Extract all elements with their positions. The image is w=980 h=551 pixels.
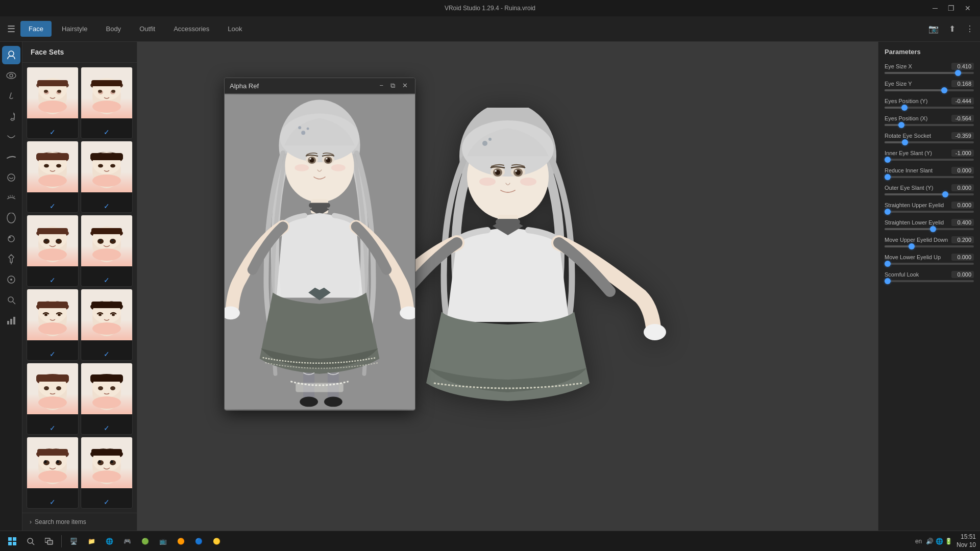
svg-point-157: [300, 396, 318, 407]
maximize-button[interactable]: ❐: [945, 3, 958, 13]
svg-point-129: [520, 178, 536, 186]
sidebar-icon-circle[interactable]: [2, 270, 20, 289]
more-icon[interactable]: ⋮: [964, 22, 976, 36]
params-title: Parameters: [885, 48, 974, 56]
face-item-1a[interactable]: ✓: [27, 67, 79, 139]
slider-inner-eye-slant-y[interactable]: [885, 159, 974, 161]
slider-move-lower-eyelid-up[interactable]: [885, 263, 974, 265]
sidebar-icon-eyelash[interactable]: [2, 189, 20, 207]
tab-accessories[interactable]: Accessories: [165, 21, 217, 37]
face-grid: ✓ ✓: [22, 63, 137, 513]
face-item-3b[interactable]: ✓: [81, 215, 133, 287]
params-panel: Parameters Eye Size X 0.410 Eye Size Y 0…: [878, 42, 980, 531]
svg-point-147: [309, 158, 311, 160]
taskbar-app-4[interactable]: 🎮: [119, 536, 135, 547]
window-controls: ─ ❐ ✕: [929, 3, 974, 13]
svg-point-2: [10, 74, 13, 77]
param-label-eye-size-x: Eye Size X: [885, 63, 912, 69]
camera-icon[interactable]: 📷: [926, 22, 941, 36]
tab-outfit[interactable]: Outfit: [131, 21, 163, 37]
taskbar-app-3[interactable]: 🌐: [102, 536, 117, 547]
face-item-5a[interactable]: ✓: [27, 363, 79, 435]
slider-eyes-pos-y[interactable]: [885, 107, 974, 109]
svg-point-3: [8, 174, 15, 181]
sidebar-icon-graph[interactable]: [2, 311, 20, 330]
slider-move-upper-eyelid-down[interactable]: [885, 245, 974, 247]
sidebar-icon-mouth[interactable]: [2, 128, 20, 146]
taskbar-taskview-icon[interactable]: [41, 535, 57, 547]
svg-point-96: [92, 396, 121, 409]
face-item-4b[interactable]: ✓: [81, 289, 133, 361]
param-reduce-inner-slant: Reduce Inner Slant 0.000: [885, 167, 974, 178]
taskbar-app-1[interactable]: 🖥️: [66, 536, 82, 547]
alpha-ref-close[interactable]: ✕: [400, 81, 410, 90]
face-item-5b[interactable]: ✓: [81, 363, 133, 435]
svg-point-127: [515, 170, 517, 172]
sidebar-icon-highlight[interactable]: [2, 230, 20, 248]
face-item-6a[interactable]: ✓: [27, 437, 79, 509]
param-rotate-eye-socket: Rotate Eye Socket -0.359: [885, 132, 974, 143]
tab-body[interactable]: Body: [97, 21, 129, 37]
svg-point-82: [92, 322, 121, 335]
svg-point-25: [57, 90, 61, 93]
tab-look[interactable]: Look: [219, 21, 250, 37]
param-label-straighten-upper-eyelid: Straighten Upper Eyelid: [885, 202, 944, 208]
sidebar-icon-eye[interactable]: [2, 66, 20, 85]
face-panel-title: Face Sets: [22, 42, 137, 63]
taskbar-app-6[interactable]: 📺: [155, 536, 171, 547]
tab-face[interactable]: Face: [20, 21, 52, 37]
slider-reduce-inner-slant[interactable]: [885, 176, 974, 178]
svg-point-72: [44, 314, 47, 316]
slider-eyes-pos-x[interactable]: [885, 124, 974, 126]
param-value-eye-size-y: 0.168: [951, 80, 974, 87]
minimize-button[interactable]: ─: [929, 3, 941, 13]
close-button[interactable]: ✕: [962, 3, 974, 13]
face-item-1b[interactable]: ✓: [81, 67, 133, 139]
svg-point-139: [307, 128, 309, 130]
face-item-4a[interactable]: ✓: [27, 289, 79, 361]
slider-eye-size-y[interactable]: [885, 89, 974, 91]
face-item-2a[interactable]: ✓: [27, 141, 79, 213]
slider-outer-eye-slant-y[interactable]: [885, 193, 974, 195]
sidebar-icon-nose[interactable]: [2, 87, 20, 105]
slider-scornful-look[interactable]: [885, 280, 974, 282]
face-item-6b[interactable]: ✓: [81, 437, 133, 509]
sidebar-icon-faceshape[interactable]: [2, 209, 20, 228]
svg-point-73: [58, 314, 61, 316]
face-panel: Face Sets: [22, 42, 137, 531]
sidebar-icon-pin[interactable]: [2, 250, 20, 268]
taskbar-app-9[interactable]: 🟡: [209, 536, 225, 547]
taskbar-windows-icon[interactable]: [4, 535, 20, 547]
slider-eye-size-x[interactable]: [885, 72, 974, 74]
param-value-eye-size-x: 0.410: [951, 63, 974, 70]
svg-rect-74: [37, 302, 68, 308]
svg-rect-160: [8, 537, 12, 541]
sidebar-icon-face-sets[interactable]: [2, 46, 20, 64]
slider-rotate-eye-socket[interactable]: [885, 141, 974, 143]
svg-rect-42: [36, 153, 69, 160]
param-inner-eye-slant-y: Inner Eye Slant (Y) -1.000: [885, 149, 974, 161]
slider-straighten-upper-eyelid[interactable]: [885, 211, 974, 213]
alpha-ref-resize[interactable]: ⧉: [388, 81, 397, 90]
search-more-items[interactable]: › Search more items: [22, 513, 137, 531]
svg-rect-26: [37, 80, 68, 86]
sidebar-icon-search[interactable]: [2, 291, 20, 309]
face-item-2b[interactable]: ✓: [81, 141, 133, 213]
slider-straighten-lower-eyelid[interactable]: [885, 228, 974, 230]
taskbar-search-icon[interactable]: [22, 535, 39, 547]
sidebar-icon-ear[interactable]: [2, 107, 20, 126]
taskbar-app-7[interactable]: 🟠: [173, 536, 189, 547]
taskbar-app-5[interactable]: 🟢: [137, 536, 153, 547]
alpha-ref-minimize[interactable]: −: [377, 81, 385, 90]
tab-hairstyle[interactable]: Hairstyle: [54, 21, 96, 37]
face-item-3a[interactable]: ✓: [27, 215, 79, 287]
taskbar-app-8[interactable]: 🔵: [191, 536, 207, 547]
sidebar-icon-eyebrow[interactable]: [2, 148, 20, 166]
param-label-straighten-lower-eyelid: Straighten Lower Eyelid: [885, 219, 944, 226]
sidebar-icon-cheek[interactable]: [2, 168, 20, 187]
svg-point-59: [38, 248, 67, 261]
taskbar-app-2[interactable]: 📁: [84, 536, 100, 547]
svg-rect-16: [7, 321, 9, 324]
export-icon[interactable]: ⬆: [947, 22, 958, 36]
menu-icon[interactable]: ☰: [4, 20, 18, 38]
